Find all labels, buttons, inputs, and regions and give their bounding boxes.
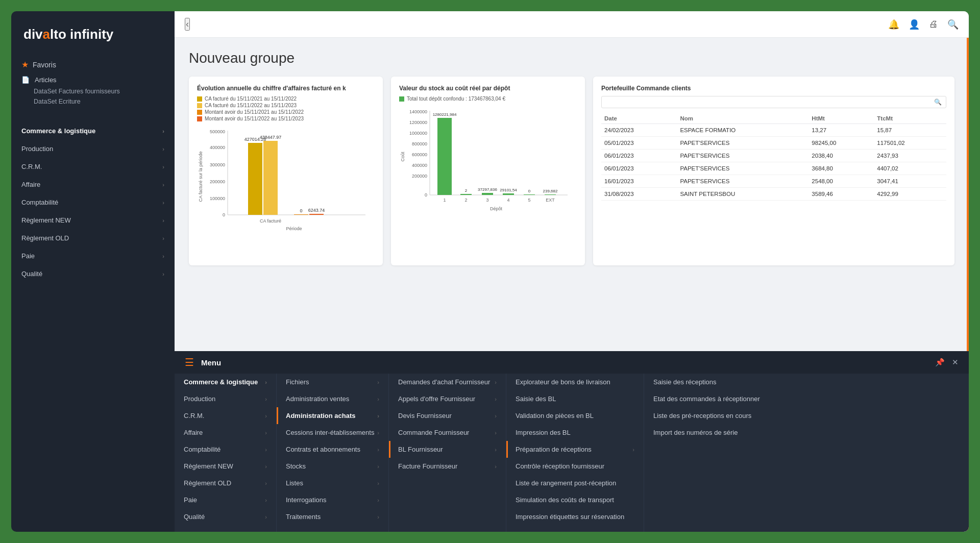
table-row[interactable]: 31/08/2023 SAINT PETERSBOU 3589,46 4292,…: [601, 188, 946, 201]
menu-item-demandes-achat[interactable]: Demandes d'achat Fournisseur ›: [389, 374, 506, 390]
menu-item-impression-etiquettes[interactable]: Impression étiquettes sur réservation: [506, 508, 644, 525]
menu-label: Préparation de réceptions: [516, 446, 592, 453]
menu-item-traitements[interactable]: Traitements ›: [277, 508, 388, 525]
menu-item-explorateur-bl[interactable]: Explorateur de bons de livraison: [506, 374, 644, 390]
menu-item-simulation-couts[interactable]: Simulation des coûts de transport: [506, 491, 644, 508]
menu-item-commerce[interactable]: Commerce & logistique ›: [175, 374, 276, 390]
menu-label: Cessions inter-établissements: [286, 429, 374, 436]
portfolio-title: Portefeuille Commande clients: [601, 85, 946, 92]
menu-item-comptabilite[interactable]: Comptabilité ›: [175, 441, 276, 458]
close-icon[interactable]: ✕: [952, 358, 959, 367]
articles-item[interactable]: 📄 Articles: [21, 73, 164, 86]
svg-text:3: 3: [486, 198, 488, 203]
table-row[interactable]: 05/01/2023 PAPET'SERVICES 98245,00 11750…: [601, 137, 946, 150]
sidebar-item-reglement-new[interactable]: Règlement NEW ›: [11, 211, 175, 229]
menu-label: Stocks: [286, 462, 306, 470]
menu-item-appels-offre[interactable]: Appels d'offre Fournisseur ›: [389, 390, 506, 407]
menu-item-cessions[interactable]: Cessions inter-établissements ›: [277, 424, 388, 441]
menu-item-listes[interactable]: Listes ›: [277, 475, 388, 491]
menu-item-production[interactable]: Production ›: [175, 390, 276, 407]
table-row[interactable]: 06/01/2023 PAPET'SERVICES 2038,40 2437,9…: [601, 150, 946, 162]
menu-item-crm[interactable]: C.R.M. ›: [175, 407, 276, 424]
menu-item-impression-bl[interactable]: Impression des BL: [506, 424, 644, 441]
user-icon[interactable]: 👤: [909, 19, 920, 30]
menu-item-contrats[interactable]: Contrats et abonnements ›: [277, 441, 388, 458]
menu-item-admin-achats[interactable]: Administration achats ›: [277, 407, 388, 424]
chevron-right-icon: ›: [162, 253, 164, 259]
pin-icon[interactable]: 📌: [935, 358, 945, 367]
table-row[interactable]: 24/02/2023 ESPACE FORMATIO 13,27 15,87: [601, 124, 946, 137]
menu-item-rangement[interactable]: Liste de rangement post-réception: [506, 475, 644, 491]
svg-text:CA facturé sur la période: CA facturé sur la période: [198, 151, 203, 202]
menu-item-admin-ventes[interactable]: Administration ventes ›: [277, 390, 388, 407]
dashboard: Nouveau groupe Évolution annuelle du chi…: [175, 38, 969, 532]
sidebar-item-production[interactable]: Production ›: [11, 140, 175, 158]
menu-item-pre-receptions[interactable]: Liste des pré-receptions en cours: [644, 407, 969, 424]
sidebar-item-paie[interactable]: Paie ›: [11, 247, 175, 265]
sidebar-item-reglement-old[interactable]: Règlement OLD ›: [11, 229, 175, 247]
menu-item-devis-fournisseur[interactable]: Devis Fournisseur ›: [389, 407, 506, 424]
svg-text:CA facturé: CA facturé: [260, 218, 281, 224]
cell-ttcmt: 2437,93: [874, 150, 946, 162]
chevron-right-icon: ›: [377, 396, 379, 402]
legend-item: Montant avoir du 15/11/2021 au 15/11/202…: [197, 109, 375, 115]
svg-text:1280221,984: 1280221,984: [433, 112, 457, 117]
menu-item-commande-fournisseur[interactable]: Commande Fournisseur ›: [389, 424, 506, 441]
menu-item-qualite[interactable]: Qualité ›: [175, 508, 276, 525]
svg-text:400000: 400000: [412, 163, 427, 168]
cell-date: 31/08/2023: [601, 188, 677, 201]
sidebar-item-commerce[interactable]: Commerce & logistique ›: [11, 122, 175, 140]
menu-item-interrogations[interactable]: Interrogations ›: [277, 491, 388, 508]
menu-label: C.R.M.: [184, 412, 204, 419]
sidebar-item-qualite[interactable]: Qualité ›: [11, 265, 175, 283]
chevron-right-icon: ›: [495, 447, 497, 453]
menu-item-paie[interactable]: Paie ›: [175, 491, 276, 508]
legend-label: Montant avoir du 15/11/2022 au 15/11/202…: [205, 116, 304, 121]
menu-item-saisie-bl[interactable]: Saisie des BL: [506, 390, 644, 407]
menu-item-import-series[interactable]: Import des numéros de série: [644, 424, 969, 441]
chevron-right-icon: ›: [162, 182, 164, 188]
menu-item-stocks[interactable]: Stocks ›: [277, 458, 388, 475]
svg-text:438447.97: 438447.97: [260, 135, 282, 140]
table-row[interactable]: 06/01/2023 PAPET'SERVICES 3684,80 4407,0…: [601, 162, 946, 175]
menu-item-fichiers[interactable]: Fichiers ›: [277, 374, 388, 390]
favorites-item[interactable]: ★ Favoris: [21, 58, 164, 73]
logo: divalto infinity: [11, 21, 175, 58]
menu-hamburger-icon[interactable]: ☰: [185, 356, 194, 368]
menu-label: Listes: [286, 479, 303, 487]
menu-item-controle-reception[interactable]: Contrôle réception fournisseur: [506, 458, 644, 475]
favorites-label: Favoris: [33, 61, 56, 69]
menu-label: Fichiers: [286, 378, 309, 386]
svg-text:29101,54: 29101,54: [500, 188, 517, 192]
dataset-factures-item[interactable]: DataSet Factures fournisseurs: [21, 86, 164, 96]
svg-text:200000: 200000: [412, 174, 427, 179]
menu-item-etat-commandes[interactable]: Etat des commandes à réceptionner: [644, 390, 969, 407]
cell-nom: PAPET'SERVICES: [677, 150, 808, 162]
menu-item-saisie-receptions[interactable]: Saisie des réceptions: [644, 374, 969, 390]
dataset-ecriture-item[interactable]: DataSet Ecriture: [21, 96, 164, 107]
search-icon[interactable]: 🔍: [947, 19, 959, 30]
menu-item-reglement-old[interactable]: Règlement OLD ›: [175, 475, 276, 491]
menu-item-facture-fournisseur[interactable]: Facture Fournisseur ›: [389, 458, 506, 475]
menu-item-affaire[interactable]: Affaire ›: [175, 424, 276, 441]
menu-item-validation-pieces[interactable]: Validation de pièces en BL: [506, 407, 644, 424]
back-button[interactable]: ‹: [185, 18, 190, 31]
menu-item-reglement-new[interactable]: Règlement NEW ›: [175, 458, 276, 475]
portfolio-search-bar: 🔍: [601, 96, 946, 108]
sidebar-item-affaire[interactable]: Affaire ›: [11, 176, 175, 193]
cell-ttcmt: 4292,99: [874, 188, 946, 201]
bell-icon[interactable]: 🔔: [888, 19, 899, 30]
svg-text:500000: 500000: [210, 129, 225, 134]
menu-item-bl-fournisseur[interactable]: BL Fournisseur ›: [389, 441, 506, 458]
print-icon[interactable]: 🖨: [929, 19, 938, 30]
search-icon[interactable]: 🔍: [934, 98, 942, 106]
cell-nom: ESPACE FORMATIO: [677, 124, 808, 137]
chevron-right-icon: ›: [377, 497, 379, 503]
sidebar-item-comptabilite[interactable]: Comptabilité ›: [11, 193, 175, 211]
menu-item-preparation-receptions[interactable]: Préparation de réceptions ›: [506, 441, 644, 458]
menu-label: Import des numéros de série: [653, 429, 738, 436]
chevron-right-icon: ›: [265, 463, 267, 470]
sidebar-item-crm[interactable]: C.R.M. ›: [11, 158, 175, 176]
menu-col-4: Explorateur de bons de livraison Saisie …: [506, 374, 644, 532]
table-row[interactable]: 16/01/2023 PAPET'SERVICES 2548,00 3047,4…: [601, 175, 946, 188]
